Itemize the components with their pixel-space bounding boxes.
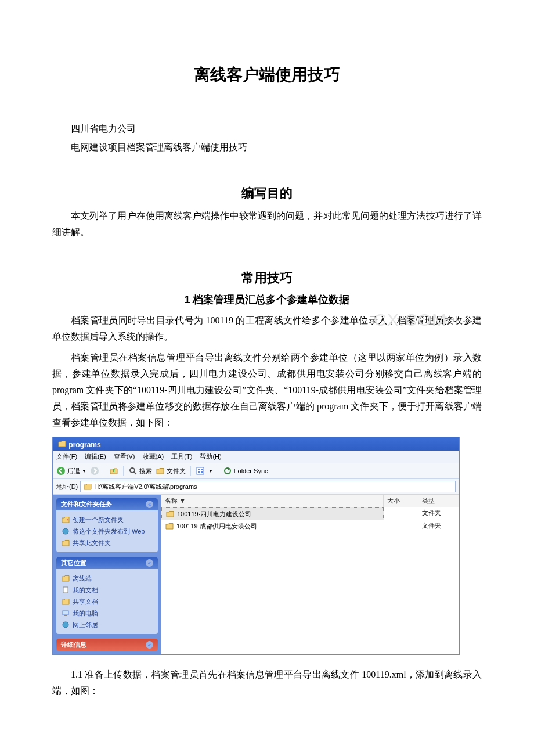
folder-sync-button[interactable]: Folder Sync bbox=[223, 466, 268, 476]
menu-bar: 文件(F) 编辑(E) 查看(V) 收藏(A) 工具(T) 帮助(H) bbox=[53, 451, 459, 463]
heading-section1: 1 档案管理员汇总多个参建单位数据 bbox=[52, 293, 482, 307]
list-item[interactable]: 100119-成都供用电安装公司 文件夹 bbox=[161, 520, 459, 532]
loc-docs[interactable]: 我的文档 bbox=[61, 584, 153, 596]
toolbar: 后退 ▼ 搜索 文件夹 bbox=[53, 463, 459, 479]
loc-offline[interactable]: 离线端 bbox=[61, 573, 153, 584]
svg-rect-12 bbox=[63, 587, 68, 593]
menu-tools[interactable]: 工具(T) bbox=[171, 453, 192, 460]
other-title: 其它位置 bbox=[61, 559, 86, 567]
para-s1a: 档案管理员同时导出目录代号为 100119 的工程离线文件给多个参建单位录入，档… bbox=[52, 312, 482, 345]
file-list: 名称 ▼ 大小 类型 100119-四川电力建设公司 文件夹 100119-成都 bbox=[161, 495, 459, 654]
shared-icon bbox=[61, 597, 70, 606]
loc-shared[interactable]: 共享文档 bbox=[61, 596, 153, 607]
tasks-title: 文件和文件夹任务 bbox=[61, 500, 112, 509]
col-name[interactable]: 名称 ▼ bbox=[161, 495, 384, 507]
sync-label: Folder Sync bbox=[234, 467, 268, 474]
task-publish[interactable]: 将这个文件夹发布到 Web bbox=[61, 525, 153, 537]
row-type: 文件夹 bbox=[418, 507, 459, 520]
collapse-icon[interactable]: « bbox=[146, 559, 153, 567]
folder-icon bbox=[165, 509, 175, 519]
svg-rect-7 bbox=[198, 471, 200, 473]
address-input[interactable]: H:\离线客户端V2.0\离线端\programs bbox=[80, 481, 456, 492]
computer-icon bbox=[61, 609, 70, 618]
folders-icon bbox=[156, 466, 165, 476]
task-share[interactable]: 共享此文件夹 bbox=[61, 537, 153, 549]
docs-icon bbox=[61, 585, 70, 595]
search-label: 搜索 bbox=[139, 467, 152, 476]
other-panel: 其它位置 « 离线端 我的文档 bbox=[56, 557, 158, 634]
svg-rect-14 bbox=[64, 615, 67, 616]
svg-point-11 bbox=[63, 528, 68, 534]
svg-line-3 bbox=[134, 472, 136, 474]
svg-rect-8 bbox=[201, 471, 203, 473]
folder-icon bbox=[61, 574, 70, 583]
row-name: 100119-四川电力建设公司 bbox=[177, 510, 251, 519]
detail-title: 详细信息 bbox=[61, 640, 86, 649]
svg-point-15 bbox=[63, 622, 68, 628]
address-label: 地址(D) bbox=[56, 483, 78, 491]
address-bar: 地址(D) H:\离线客户端V2.0\离线端\programs bbox=[53, 479, 459, 495]
col-type[interactable]: 类型 bbox=[418, 495, 459, 507]
svg-rect-5 bbox=[198, 469, 200, 470]
row-type: 文件夹 bbox=[418, 520, 459, 532]
detail-panel: 详细信息 « bbox=[56, 639, 158, 651]
separator bbox=[123, 466, 124, 476]
loc-net-label: 网上邻居 bbox=[73, 621, 98, 629]
folder-icon bbox=[83, 482, 92, 491]
task-publish-label: 将这个文件夹发布到 Web bbox=[73, 527, 145, 536]
window-title-text: programs bbox=[68, 441, 100, 449]
collapse-icon[interactable]: « bbox=[146, 501, 153, 508]
loc-pc-label: 我的电脑 bbox=[73, 609, 98, 618]
menu-view[interactable]: 查看(V) bbox=[114, 453, 135, 460]
separator bbox=[218, 466, 218, 476]
menu-file[interactable]: 文件(F) bbox=[56, 453, 77, 460]
page-title: 离线客户端使用技巧 bbox=[52, 64, 482, 86]
chevron-down-icon: ▼ bbox=[208, 469, 213, 474]
menu-edit[interactable]: 编辑(E) bbox=[85, 453, 106, 460]
svg-point-2 bbox=[130, 468, 135, 473]
back-icon bbox=[56, 466, 66, 476]
menu-fav[interactable]: 收藏(A) bbox=[143, 453, 164, 460]
globe-icon bbox=[61, 527, 70, 536]
sync-icon bbox=[223, 466, 232, 476]
collapse-icon[interactable]: « bbox=[146, 641, 153, 649]
loc-shared-label: 共享文档 bbox=[73, 597, 98, 606]
task-new-label: 创建一个新文件夹 bbox=[73, 516, 124, 524]
menu-help[interactable]: 帮助(H) bbox=[200, 453, 221, 460]
tasks-panel: 文件和文件夹任务 « * 创建一个新文件夹 bbox=[56, 498, 158, 552]
separator bbox=[104, 466, 104, 476]
svg-point-0 bbox=[57, 467, 65, 475]
loc-offline-label: 离线端 bbox=[73, 574, 92, 583]
back-button[interactable]: 后退 ▼ bbox=[56, 466, 86, 476]
search-button[interactable]: 搜索 bbox=[128, 466, 152, 476]
para-s1-1: 1.1 准备上传数据，档案管理员首先在档案信息管理平台导出离线文件 100119… bbox=[52, 667, 482, 699]
col-size[interactable]: 大小 bbox=[384, 495, 418, 507]
svg-rect-6 bbox=[201, 469, 203, 470]
share-folder-icon bbox=[61, 538, 70, 548]
folders-button[interactable]: 文件夹 bbox=[156, 466, 186, 476]
task-share-label: 共享此文件夹 bbox=[73, 539, 111, 548]
row-name: 100119-成都供用电安装公司 bbox=[176, 522, 257, 531]
folder-icon bbox=[165, 521, 174, 531]
loc-pc[interactable]: 我的电脑 bbox=[61, 607, 153, 619]
forward-button[interactable] bbox=[90, 466, 99, 476]
network-icon bbox=[61, 620, 70, 629]
loc-net[interactable]: 网上邻居 bbox=[61, 619, 153, 631]
loc-docs-label: 我的文档 bbox=[73, 586, 98, 595]
para-purpose: 本文列举了用户在使用离线客户端操作中较常遇到的问题，并对此常见问题的处理方法技巧… bbox=[52, 208, 482, 240]
svg-rect-4 bbox=[197, 467, 204, 474]
company-line: 四川省电力公司 bbox=[52, 121, 482, 137]
folder-icon bbox=[57, 439, 67, 448]
side-pane: 文件和文件夹任务 « * 创建一个新文件夹 bbox=[53, 495, 161, 654]
task-new-folder[interactable]: * 创建一个新文件夹 bbox=[61, 514, 153, 525]
up-button[interactable] bbox=[109, 466, 118, 476]
back-label: 后退 bbox=[67, 467, 80, 476]
views-button[interactable] bbox=[196, 466, 205, 476]
separator bbox=[190, 466, 191, 476]
para-s1b: 档案管理员在档案信息管理平台导出离线文件分别给两个参建单位（这里以两家单位为例）… bbox=[52, 350, 482, 431]
chevron-down-icon: ▼ bbox=[82, 469, 86, 474]
window-title: programs bbox=[53, 437, 459, 451]
explorer-window: programs 文件(F) 编辑(E) 查看(V) 收藏(A) 工具(T) 帮… bbox=[52, 437, 460, 655]
heading-purpose: 编写目的 bbox=[52, 185, 482, 202]
list-item[interactable]: 100119-四川电力建设公司 文件夹 bbox=[161, 507, 459, 520]
